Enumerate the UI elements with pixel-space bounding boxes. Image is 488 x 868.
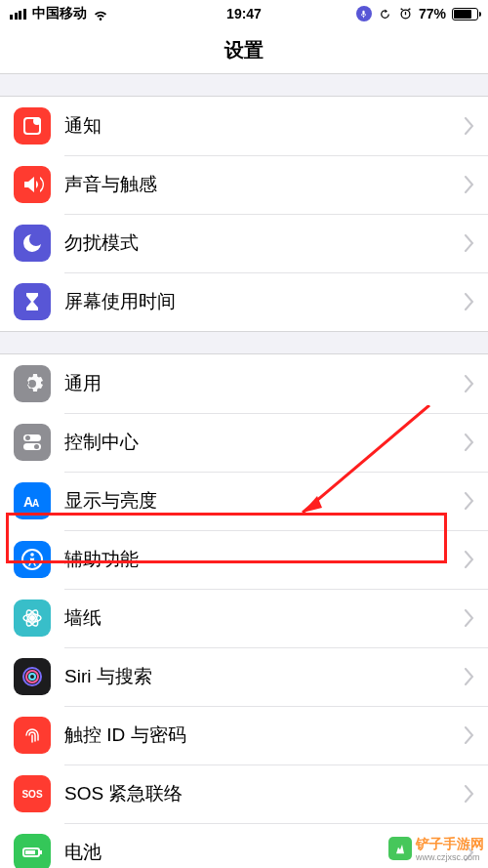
row-label: 控制中心	[64, 430, 465, 455]
settings-group-1: 通知 声音与触感 勿扰模式 屏幕使用时间	[0, 96, 488, 332]
row-label: SOS 紧急联络	[64, 781, 465, 806]
row-touchid[interactable]: 触控 ID 与密码	[0, 706, 488, 765]
microphone-indicator-icon	[356, 6, 372, 21]
svg-point-15	[26, 671, 38, 682]
row-label: 声音与触感	[64, 172, 465, 197]
svg-rect-19	[40, 850, 42, 854]
chevron-right-icon	[465, 176, 474, 193]
svg-point-1	[33, 117, 41, 125]
notifications-icon	[14, 107, 51, 145]
svg-point-5	[34, 444, 39, 449]
chevron-right-icon	[465, 375, 474, 393]
signal-bars-icon	[10, 9, 26, 20]
row-general[interactable]: 通用	[0, 354, 488, 413]
carrier-label: 中国移动	[32, 5, 87, 22]
chevron-right-icon	[465, 726, 474, 744]
row-dnd[interactable]: 勿扰模式	[0, 214, 488, 272]
svg-point-10	[29, 615, 35, 621]
page-title: 设置	[0, 27, 488, 74]
wifi-icon	[93, 6, 108, 21]
row-sos[interactable]: SOS SOS 紧急联络	[0, 765, 488, 823]
orientation-lock-icon	[378, 7, 392, 21]
row-label: 通知	[64, 113, 465, 139]
row-label: 显示与亮度	[64, 488, 465, 514]
chevron-right-icon	[465, 609, 474, 627]
battery-percentage: 77%	[419, 6, 446, 21]
chevron-right-icon	[465, 434, 474, 451]
row-label: 辅助功能	[64, 547, 465, 572]
row-label: Siri 与搜索	[64, 664, 465, 689]
accessibility-icon	[14, 541, 51, 578]
row-label: 屏幕使用时间	[64, 289, 465, 314]
chevron-right-icon	[465, 785, 474, 803]
row-wallpaper[interactable]: 墙纸	[0, 589, 488, 647]
svg-point-16	[29, 674, 35, 680]
fingerprint-icon	[14, 717, 51, 754]
row-accessibility[interactable]: 辅助功能	[0, 530, 488, 589]
row-siri[interactable]: Siri 与搜索	[0, 647, 488, 706]
svg-text:A: A	[32, 498, 39, 509]
settings-group-2: 通用 控制中心 AA 显示与亮度 辅助功能 墙纸 Siri 与搜索	[0, 353, 488, 868]
status-bar: 中国移动 19:47 77%	[0, 0, 488, 27]
svg-point-9	[30, 553, 34, 557]
watermark-logo-icon	[388, 837, 412, 860]
siri-icon	[14, 658, 51, 695]
gear-icon	[14, 365, 51, 402]
switches-icon	[14, 424, 51, 461]
alarm-icon	[398, 7, 413, 21]
chevron-right-icon	[465, 234, 474, 252]
row-notifications[interactable]: 通知	[0, 97, 488, 155]
row-control-center[interactable]: 控制中心	[0, 413, 488, 472]
row-label: 触控 ID 与密码	[64, 723, 465, 748]
group-separator	[0, 332, 488, 353]
flower-icon	[14, 599, 51, 637]
text-size-icon: AA	[14, 482, 51, 519]
time-label: 19:47	[226, 6, 262, 21]
chevron-right-icon	[465, 117, 474, 135]
watermark-name: 铲子手游网	[416, 836, 484, 851]
svg-point-4	[25, 435, 30, 440]
watermark-url: www.czjxsc.com	[416, 852, 484, 862]
svg-rect-20	[25, 850, 35, 854]
row-label: 勿扰模式	[64, 230, 465, 256]
chevron-right-icon	[465, 492, 474, 510]
svg-text:SOS: SOS	[21, 789, 42, 800]
row-sounds[interactable]: 声音与触感	[0, 155, 488, 214]
battery-icon	[452, 8, 478, 21]
chevron-right-icon	[465, 668, 474, 685]
row-label: 墙纸	[64, 605, 465, 631]
chevron-right-icon	[465, 551, 474, 568]
sounds-icon	[14, 166, 51, 203]
watermark: 铲子手游网 www.czjxsc.com	[388, 835, 484, 862]
group-separator	[0, 74, 488, 96]
battery-icon	[14, 834, 51, 868]
row-display[interactable]: AA 显示与亮度	[0, 472, 488, 530]
sos-icon: SOS	[14, 775, 51, 812]
moon-icon	[14, 225, 51, 262]
chevron-right-icon	[465, 293, 474, 310]
row-screentime[interactable]: 屏幕使用时间	[0, 272, 488, 331]
hourglass-icon	[14, 283, 51, 320]
row-label: 通用	[64, 371, 465, 396]
